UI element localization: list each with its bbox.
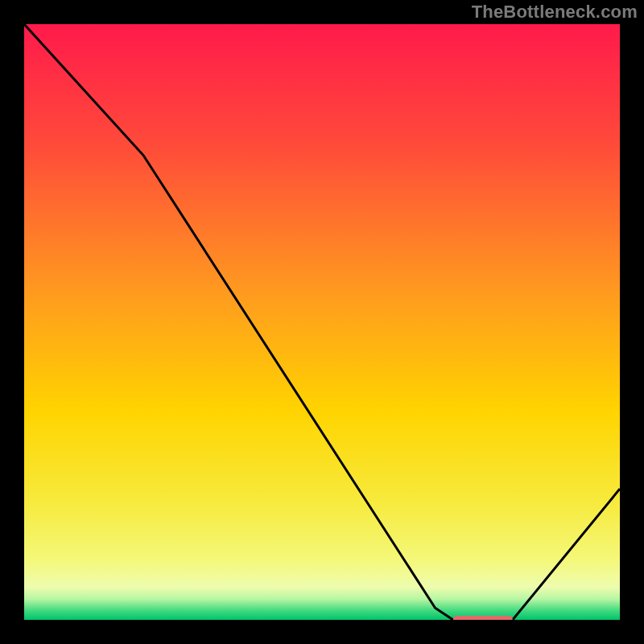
chart-container: TheBottleneck.com [0,0,644,644]
gradient-background [24,24,620,620]
plot-area [24,24,620,620]
highlight-segment [453,616,513,620]
watermark-text: TheBottleneck.com [472,2,638,23]
chart-svg [24,24,620,620]
